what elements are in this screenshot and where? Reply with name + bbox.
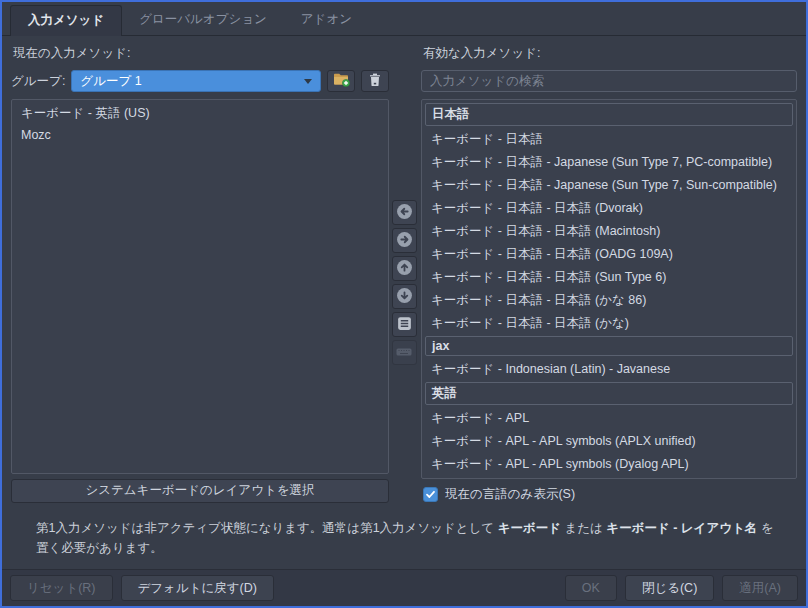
list-item[interactable]: Mozc [14, 125, 386, 145]
checkmark-icon [425, 489, 436, 500]
footer-button-bar: リセット(R)デフォルトに戻す(D)OK閉じる(C)適用(A) [2, 569, 806, 606]
available-input-methods-panel: 有効な入力メソッド: 日本語キーボード - 日本語キーボード - 日本語 - J… [421, 44, 797, 509]
remove-button[interactable] [392, 228, 417, 253]
list-item[interactable]: キーボード - Indonesian (Latin) - Javanese [424, 358, 794, 381]
note-text-segment: または [561, 521, 606, 535]
move-down-button[interactable] [392, 284, 417, 309]
input-method-config-dialog: 入力メソッドグローバルオプションアドオン 現在の入力メソッド: グループ: グル… [0, 0, 808, 608]
list-item[interactable]: キーボード - 日本語 - 日本語 (Sun Type 6) [424, 266, 794, 289]
tab-bar: 入力メソッドグローバルオプションアドオン [2, 2, 806, 36]
note-text-segment: 第1入力メソッドは非アクティブ状態になります。通常は第1入力メソッドとして [36, 521, 498, 535]
select-system-keyboard-layout-button[interactable]: システムキーボードのレイアウトを選択 [11, 479, 389, 503]
list-icon [396, 315, 413, 335]
configure-button[interactable] [392, 312, 417, 337]
arrow-right-circle-icon [396, 231, 413, 251]
ok-button: OK [565, 575, 617, 601]
group-row: グループ: グループ 1 [11, 70, 389, 92]
note-text-segment: キーボード [498, 521, 561, 535]
only-current-language-row: 現在の言語のみ表示(S) [423, 486, 795, 503]
transfer-button-column [391, 44, 417, 509]
list-item[interactable]: キーボード - 日本語 - 日本語 (Dvorak) [424, 197, 794, 220]
list-item[interactable]: キーボード - APL - APL symbols (IBM APL2) [424, 476, 794, 479]
current-input-method-list[interactable]: キーボード - 英語 (US)Mozc [11, 99, 389, 474]
list-item[interactable]: キーボード - 日本語 [424, 128, 794, 151]
note-text-segment: キーボード - レイアウト名 [606, 521, 757, 535]
chevron-down-icon [304, 79, 312, 84]
list-item[interactable]: キーボード - APL - APL symbols (Dyalog APL) [424, 453, 794, 476]
keyboard-icon [395, 343, 413, 363]
search-input[interactable] [421, 70, 797, 92]
list-item[interactable]: キーボード - APL - APL symbols (APLX unified) [424, 430, 794, 453]
close-button[interactable]: 閉じる(C) [625, 575, 714, 601]
current-input-methods-panel: 現在の入力メソッド: グループ: グループ 1 キーボード - 英語 (US)M… [11, 44, 389, 509]
list-item[interactable]: キーボード - 日本語 - 日本語 (OADG 109A) [424, 243, 794, 266]
list-item[interactable]: キーボード - 日本語 - 日本語 (かな) [424, 312, 794, 335]
group-select-value: グループ 1 [80, 73, 141, 90]
add-group-button[interactable] [327, 70, 355, 92]
language-group-header: 英語 [425, 382, 793, 405]
apply-button: 適用(A) [722, 575, 798, 601]
available-input-method-list[interactable]: 日本語キーボード - 日本語キーボード - 日本語 - Japanese (Su… [421, 99, 797, 479]
list-item[interactable]: キーボード - APL [424, 407, 794, 430]
arrow-down-circle-icon [396, 287, 413, 307]
list-item[interactable]: キーボード - 英語 (US) [14, 102, 386, 125]
language-group-header: jax [425, 336, 793, 356]
list-item[interactable]: キーボード - 日本語 - 日本語 (かな 86) [424, 289, 794, 312]
tab-addons[interactable]: アドオン [284, 5, 369, 35]
move-up-button[interactable] [392, 256, 417, 281]
reset-button: リセット(R) [10, 575, 113, 601]
trash-icon [367, 72, 383, 91]
delete-group-button[interactable] [361, 70, 389, 92]
group-label: グループ: [11, 73, 65, 90]
list-item[interactable]: キーボード - 日本語 - 日本語 (Macintosh) [424, 220, 794, 243]
available-input-methods-title: 有効な入力メソッド: [423, 45, 795, 62]
arrow-left-circle-icon [396, 203, 413, 223]
only-current-language-checkbox[interactable] [423, 487, 438, 502]
list-item[interactable]: キーボード - 日本語 - Japanese (Sun Type 7, Sun-… [424, 174, 794, 197]
folder-add-icon [332, 71, 351, 91]
main-content: 現在の入力メソッド: グループ: グループ 1 キーボード - 英語 (US)M… [2, 36, 806, 509]
layout-button [392, 340, 417, 365]
restore-defaults-button[interactable]: デフォルトに戻す(D) [121, 575, 274, 601]
group-select[interactable]: グループ 1 [71, 70, 321, 92]
tab-input-method[interactable]: 入力メソッド [10, 5, 122, 36]
current-input-methods-title: 現在の入力メソッド: [13, 45, 387, 62]
arrow-up-circle-icon [396, 259, 413, 279]
language-group-header: 日本語 [425, 103, 793, 126]
only-current-language-label: 現在の言語のみ表示(S) [445, 486, 575, 503]
list-item[interactable]: キーボード - 日本語 - Japanese (Sun Type 7, PC-c… [424, 151, 794, 174]
tab-global-options[interactable]: グローバルオプション [122, 5, 284, 35]
add-button[interactable] [392, 200, 417, 225]
first-input-method-note: 第1入力メソッドは非アクティブ状態になります。通常は第1入力メソッドとして キー… [2, 509, 806, 569]
